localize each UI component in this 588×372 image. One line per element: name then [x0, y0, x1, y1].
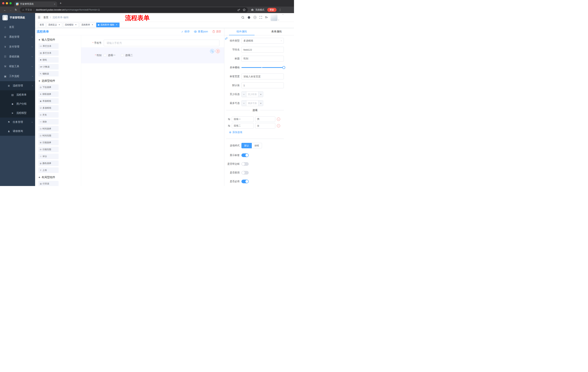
- font-size-icon[interactable]: T⇄: [265, 16, 268, 19]
- palette-item-upload[interactable]: ⇪上传: [38, 167, 59, 173]
- palette-item-time-picker[interactable]: ◷时间选择: [38, 126, 59, 131]
- palette-item-password[interactable]: ✱密码: [38, 57, 59, 63]
- decrease-button[interactable]: −: [242, 92, 246, 97]
- tab-close-icon[interactable]: ×: [54, 3, 55, 5]
- sidebar-item-payment-management[interactable]: ¥ 支付管理 ›: [0, 42, 35, 52]
- forward-icon[interactable]: →: [8, 8, 13, 11]
- back-icon[interactable]: ←: [2, 8, 8, 11]
- min-select-value[interactable]: 至少应选: [246, 92, 258, 97]
- delete-component-button[interactable]: [216, 49, 220, 53]
- update-button[interactable]: 更新: [267, 8, 276, 12]
- bookmark-star-icon[interactable]: [243, 8, 246, 11]
- fullscreen-icon[interactable]: [259, 16, 262, 19]
- style-button-button[interactable]: 按钮: [252, 143, 262, 148]
- component-type-select[interactable]: 多选框组 ›: [242, 38, 284, 44]
- sidebar-item-process-model[interactable]: ➤ 流程模型: [0, 108, 35, 117]
- tag-process-form[interactable]: 流程表单 ×: [80, 22, 95, 27]
- sidebar-toggle-icon[interactable]: ☰: [38, 15, 40, 19]
- close-icon[interactable]: ×: [74, 24, 77, 26]
- option1-value-input[interactable]: [255, 117, 275, 122]
- browser-menu-icon[interactable]: ⋮: [279, 8, 282, 11]
- decrease-button[interactable]: −: [242, 100, 246, 106]
- tab-form-props[interactable]: 表单属性: [259, 28, 294, 35]
- title-input[interactable]: [242, 56, 284, 62]
- clear-button[interactable]: 清空: [212, 30, 221, 33]
- sidebar-item-process-form[interactable]: ▤ 流程表单: [0, 90, 35, 99]
- sidebar-item-home[interactable]: ⌂ 首页: [0, 22, 35, 32]
- palette-item-time-range[interactable]: ◴时间范围: [38, 133, 59, 138]
- close-icon[interactable]: ×: [58, 24, 61, 26]
- palette-item-date-picker[interactable]: ⊞日期选择: [38, 140, 59, 145]
- sidebar-item-workflow[interactable]: ▣ 工作流程 ›: [0, 71, 35, 81]
- canvas-field-gender-selected[interactable]: 性别 选项一 选项二: [81, 47, 224, 63]
- palette-item-slider[interactable]: ⊸滑块: [38, 119, 59, 125]
- show-label-toggle[interactable]: [242, 153, 249, 157]
- increase-button[interactable]: +: [258, 100, 263, 106]
- gender-option1-checkbox[interactable]: 选项一: [104, 54, 116, 57]
- sidebar-item-system-management[interactable]: ⚙ 系统管理 ›: [0, 32, 35, 42]
- duplicate-component-button[interactable]: [210, 49, 214, 53]
- avatar[interactable]: [271, 14, 277, 21]
- palette-item-radio-group[interactable]: ◉单选框组: [38, 98, 59, 104]
- url-bar[interactable]: ⚠ 不安全 dashboard.yudao.iocoder.cn /bpm/ma…: [20, 7, 248, 12]
- add-option-button[interactable]: ⊕ 添加选项: [229, 131, 284, 134]
- close-window-button[interactable]: [2, 2, 4, 4]
- tag-home[interactable]: 首页: [38, 22, 46, 27]
- palette-item-single-line-text[interactable]: ▭单行文本: [38, 43, 59, 49]
- palette-item-select[interactable]: ◎下拉选择: [38, 85, 59, 90]
- required-toggle[interactable]: [242, 180, 249, 183]
- save-button[interactable]: ✓ 保存: [181, 30, 189, 33]
- style-default-button[interactable]: 默认: [242, 143, 252, 148]
- default-value-input[interactable]: [242, 83, 284, 88]
- canvas-field-phone[interactable]: 手机号: [81, 40, 224, 46]
- palette-item-color-picker[interactable]: ◍颜色选择: [38, 160, 59, 166]
- drag-handle-icon[interactable]: [228, 118, 231, 121]
- label-width-input[interactable]: [242, 74, 284, 79]
- sidebar-item-dev-tools[interactable]: ⚒ 研发工具 ›: [0, 62, 35, 71]
- slider-handle[interactable]: [282, 66, 285, 69]
- palette-item-counter[interactable]: 123计数器: [38, 64, 59, 70]
- bordered-toggle[interactable]: [242, 162, 249, 166]
- gender-option2-checkbox[interactable]: 选项二: [121, 54, 133, 57]
- help-icon[interactable]: ?: [253, 16, 257, 19]
- sidebar-item-user-group[interactable]: ☻ 用户分组: [0, 99, 35, 108]
- link-icon[interactable]: [225, 37, 228, 40]
- drag-handle-icon[interactable]: [228, 124, 231, 127]
- option2-value-input[interactable]: [255, 123, 275, 128]
- sidebar-item-infrastructure[interactable]: ☷ 基础设施 ›: [0, 52, 35, 62]
- remove-option-button[interactable]: −: [277, 124, 280, 128]
- sidebar-item-leave-query[interactable]: ♟ 请假查询: [0, 127, 35, 136]
- disabled-toggle[interactable]: [242, 171, 249, 175]
- close-icon[interactable]: ×: [91, 24, 94, 26]
- new-tab-button[interactable]: +: [60, 1, 62, 5]
- palette-item-checkbox-group[interactable]: ☑多选框组: [38, 105, 59, 111]
- tag-process-definition[interactable]: 流程定义 ×: [47, 22, 62, 27]
- tag-process-form-edit[interactable]: 流程表单-编辑 ×: [96, 22, 119, 27]
- palette-item-switch[interactable]: ⊙开关: [38, 112, 59, 117]
- field-name-input[interactable]: [242, 47, 284, 53]
- view-json-button[interactable]: 查看json: [194, 30, 208, 33]
- search-icon[interactable]: [241, 16, 244, 19]
- breadcrumb-home[interactable]: 首页: [43, 16, 48, 19]
- browser-tab[interactable]: 芋道管理系统 ×: [14, 1, 57, 7]
- minimize-window-button[interactable]: [6, 2, 8, 4]
- sidebar-item-task-management[interactable]: ⚑ 任务管理 ›: [0, 117, 35, 127]
- phone-input[interactable]: [104, 40, 220, 46]
- remove-option-button[interactable]: −: [277, 117, 280, 121]
- chevron-down-icon[interactable]: ⌄: [282, 13, 284, 15]
- reload-icon[interactable]: ↻: [13, 8, 19, 11]
- option1-name-input[interactable]: [232, 117, 254, 122]
- user-menu[interactable]: ⌄: [271, 14, 279, 21]
- password-key-icon[interactable]: [237, 9, 240, 11]
- tag-process-model[interactable]: 流程模型 ×: [63, 22, 79, 27]
- palette-item-row-container[interactable]: ▥行容器: [38, 181, 59, 186]
- increase-button[interactable]: +: [258, 92, 263, 97]
- sidebar-item-process-management[interactable]: ≣ 流程管理 ›: [0, 81, 35, 90]
- github-icon[interactable]: [247, 16, 251, 19]
- grid-slider[interactable]: [242, 65, 284, 70]
- slider-track[interactable]: [242, 67, 284, 68]
- palette-item-rich-editor[interactable]: ✎编辑器: [38, 71, 59, 76]
- palette-item-multi-line-text[interactable]: ▤多行文本: [38, 50, 59, 56]
- palette-item-cascader[interactable]: ⋔级联选择: [38, 91, 59, 97]
- max-select-value[interactable]: 最多可选: [246, 100, 258, 106]
